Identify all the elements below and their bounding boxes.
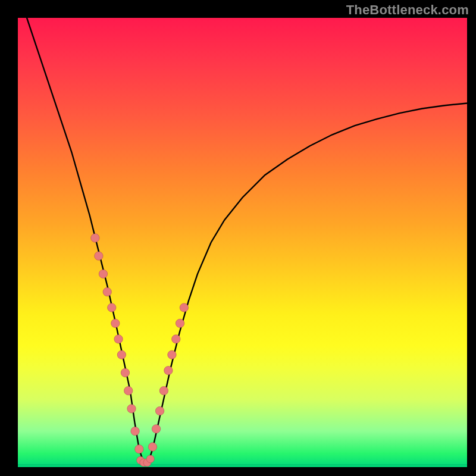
data-marker xyxy=(103,287,111,296)
data-marker xyxy=(135,445,143,453)
data-marker xyxy=(152,425,160,433)
data-marker xyxy=(180,303,188,312)
data-marker xyxy=(108,303,116,312)
data-marker xyxy=(117,350,126,359)
data-marker xyxy=(114,335,123,343)
data-marker xyxy=(164,366,173,374)
data-marker xyxy=(146,455,154,463)
data-marker xyxy=(148,443,156,451)
data-marker xyxy=(95,252,103,260)
bottleneck-curve xyxy=(18,0,467,462)
data-marker xyxy=(121,368,129,377)
data-marker xyxy=(127,405,136,413)
data-marker xyxy=(168,350,176,359)
data-marker xyxy=(124,386,133,394)
data-marker xyxy=(172,335,180,343)
data-marker xyxy=(99,270,107,278)
data-marker xyxy=(111,319,120,327)
data-marker xyxy=(155,406,164,415)
data-marker xyxy=(159,386,168,394)
chart-frame: TheBottleneck.com xyxy=(0,0,476,476)
data-markers xyxy=(91,234,189,466)
data-marker xyxy=(131,427,139,435)
data-marker xyxy=(176,319,184,327)
data-marker xyxy=(91,234,99,242)
chart-overlay xyxy=(18,18,467,467)
attribution-label: TheBottleneck.com xyxy=(346,2,469,18)
